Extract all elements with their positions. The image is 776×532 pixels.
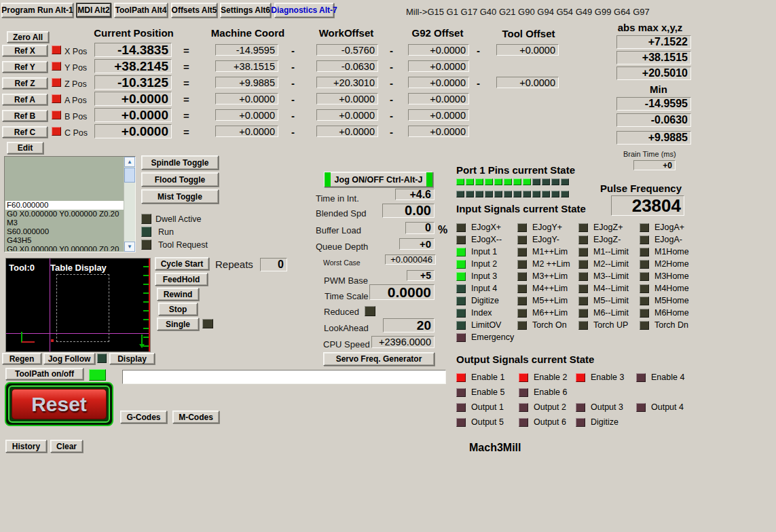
dro-machine-b[interactable]: +0.0000 <box>215 109 278 121</box>
input-signal-led <box>578 248 588 256</box>
crosshair-vertical <box>50 259 50 352</box>
dro-current-x[interactable]: -14.3835 <box>94 43 172 57</box>
clear-button[interactable]: Clear <box>50 440 83 453</box>
dro-g92-x[interactable]: +0.0000 <box>408 44 469 56</box>
dro-work-b[interactable]: +0.0000 <box>316 109 378 121</box>
history-button[interactable]: History <box>5 440 47 453</box>
ref-c-button[interactable]: Ref C <box>2 126 48 138</box>
dro-work-c[interactable]: +0.0000 <box>316 126 378 137</box>
dro-machine-y[interactable]: +38.1515 <box>215 60 278 72</box>
dro-machine-c[interactable]: +0.0000 <box>215 126 278 137</box>
dro-current-c[interactable]: +0.0000 <box>94 124 172 138</box>
gcodes-button[interactable]: G-Codes <box>120 411 167 423</box>
input-signal-led <box>456 235 466 244</box>
zero-all-button[interactable]: Zero All <box>7 31 49 43</box>
ref-b-button[interactable]: Ref B <box>2 110 48 121</box>
spindle-toggle-button[interactable]: Spindle Toggle <box>141 155 219 170</box>
gcode-line[interactable]: G0 X0.000000 Y0.000000 Z0.20 <box>5 210 124 218</box>
gcode-line[interactable]: S60.000000 <box>5 227 124 236</box>
tab-settings[interactable]: Settings Alt6 <box>220 3 271 18</box>
servo-freq-label: Servo Freq. Generator <box>336 354 422 364</box>
gcode-line[interactable]: M3 <box>5 218 124 227</box>
ref-y-button[interactable]: Ref Y <box>2 61 48 73</box>
reset-face: Reset <box>12 389 107 419</box>
gcode-line[interactable] <box>5 184 124 193</box>
feedhold-button[interactable]: FeedHold <box>155 273 208 286</box>
min-x: -14.9595 <box>616 97 691 111</box>
ref-x-button[interactable]: Ref X <box>2 45 48 56</box>
dro-g92-y[interactable]: +0.0000 <box>408 60 469 72</box>
dro-current-z[interactable]: -10.3125 <box>94 75 172 90</box>
input-signal-label: M4--Limit <box>593 284 629 293</box>
edit-button[interactable]: Edit <box>7 142 43 154</box>
dro-g92-a[interactable]: +0.0000 <box>408 93 469 104</box>
toolpath-onoff-button[interactable]: ToolPath on/off <box>5 368 84 380</box>
repeats-value[interactable]: 0 <box>260 258 287 271</box>
mcodes-button[interactable]: M-Codes <box>172 411 219 423</box>
jog-onoff-button[interactable]: Jog ON/OFF Ctrl-Alt-J <box>324 172 433 187</box>
pwm-base-value: +5 <box>407 270 435 281</box>
regen-button[interactable]: Regen <box>2 353 41 364</box>
dro-g92-b[interactable]: +0.0000 <box>408 109 469 121</box>
dro-g92-c[interactable]: +0.0000 <box>408 126 469 137</box>
dro-work-y[interactable]: -0.0630 <box>316 60 378 72</box>
output-signal-output-5: Output 5 <box>456 417 504 428</box>
gcode-line[interactable] <box>5 193 124 202</box>
gcode-line[interactable] <box>5 157 124 166</box>
gcode-scrollbar[interactable]: ▲ ▼ <box>124 157 135 252</box>
gcode-line[interactable]: F60.000000 <box>5 201 124 210</box>
dro-machine-a[interactable]: +0.0000 <box>215 93 278 104</box>
gcode-line[interactable] <box>5 166 124 175</box>
single-button[interactable]: Single <box>157 318 199 330</box>
dro-g92-z[interactable]: +0.0000 <box>408 77 469 88</box>
dro-work-x[interactable]: -0.5760 <box>316 44 378 56</box>
toolpath-display[interactable]: Tool:0 Table Display <box>5 258 151 352</box>
scroll-down-icon[interactable]: ▼ <box>124 242 135 252</box>
tab-mdi[interactable]: MDI Alt2 <box>76 3 111 18</box>
rewind-button[interactable]: Rewind <box>157 288 199 301</box>
header-current-position: Current Position <box>87 27 181 39</box>
gcode-line[interactable]: G43H5 <box>5 236 124 245</box>
dro-machine-x[interactable]: -14.9595 <box>215 44 278 56</box>
tab-diagnostics[interactable]: Diagnostics Alt-7 <box>274 3 334 18</box>
reset-label: Reset <box>31 393 87 416</box>
abs-max-x: +7.1522 <box>616 35 691 49</box>
reduced-led <box>365 306 375 316</box>
tab-toolpath[interactable]: ToolPath Alt4 <box>114 3 168 18</box>
dro-machine-z[interactable]: +9.9885 <box>215 77 278 88</box>
dro-current-b[interactable]: +0.0000 <box>94 108 172 122</box>
ref-a-button[interactable]: Ref A <box>2 94 48 105</box>
ref-z-button[interactable]: Ref Z <box>2 77 48 89</box>
scroll-up-icon[interactable]: ▲ <box>124 157 135 167</box>
cycle-start-button[interactable]: Cycle Start <box>155 257 209 270</box>
dro-work-a[interactable]: +0.0000 <box>316 93 378 104</box>
scrollbar-thumb[interactable] <box>124 168 135 183</box>
dro-tool-x[interactable]: +0.0000 <box>496 44 559 56</box>
jog-follow-button[interactable]: Jog Follow <box>43 353 95 364</box>
input-signal-led <box>640 297 649 305</box>
input-signal-led <box>640 309 649 318</box>
reset-button[interactable]: Reset <box>5 382 113 426</box>
gcode-line[interactable]: G0 X0.000000 Y0.000000 Z0.20 <box>5 245 124 251</box>
dro-current-y[interactable]: +38.2145 <box>94 59 172 73</box>
mist-toggle-button[interactable]: Mist Toggle <box>141 189 219 204</box>
dro-tool-z[interactable]: +0.0000 <box>496 77 559 88</box>
gcode-listbox[interactable]: F60.000000G0 X0.000000 Y0.000000 Z0.20M3… <box>4 156 136 252</box>
stop-button[interactable]: Stop <box>158 303 198 316</box>
input-signal-led <box>456 248 466 256</box>
tab-offsets[interactable]: Offsets Alt5 <box>171 3 217 18</box>
dro-current-a[interactable]: +0.0000 <box>94 92 172 106</box>
display-mode-button[interactable]: Display <box>109 353 155 364</box>
input-signal-m1home: M1Home <box>640 246 689 257</box>
tab-program-run[interactable]: Program Run Alt-1 <box>1 3 73 18</box>
blended-spd-label: Blended Spd <box>316 208 366 218</box>
output-signal-label: Enable 1 <box>471 373 504 382</box>
servo-freq-generator-button[interactable]: Servo Freq. Generator <box>323 352 435 366</box>
input-signal-input-3: Input 3 <box>456 271 497 282</box>
dro-work-z[interactable]: +20.3010 <box>316 77 378 88</box>
output-signal-output-2: Output 2 <box>519 402 566 413</box>
flood-toggle-button[interactable]: Flood Toggle <box>141 172 219 187</box>
port-pin-led <box>475 191 483 197</box>
port-pin-led <box>494 178 502 185</box>
gcode-line[interactable] <box>5 175 124 184</box>
